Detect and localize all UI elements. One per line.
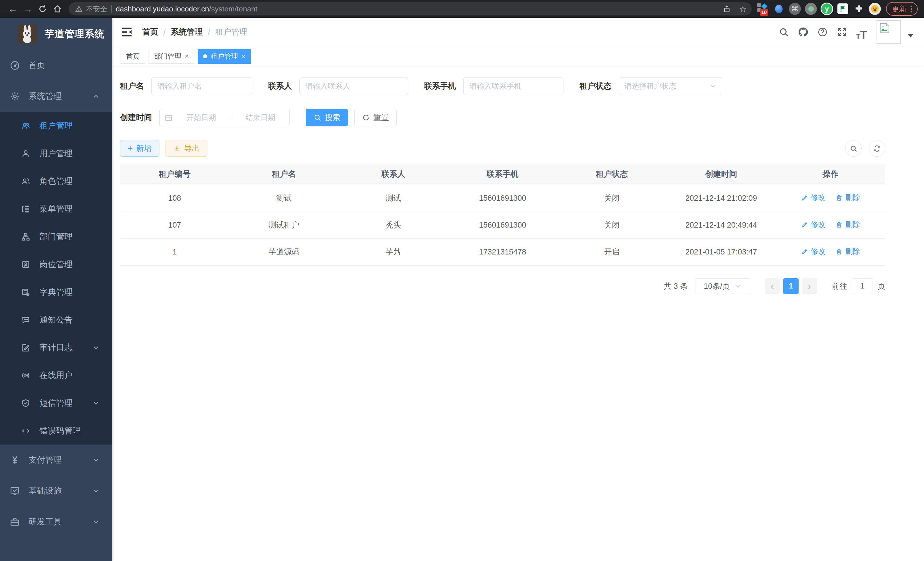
- goto-page-input[interactable]: [852, 278, 873, 294]
- breadcrumb-system[interactable]: 系统管理: [171, 27, 203, 38]
- sidebar-item-audit-log[interactable]: 审计日志: [0, 334, 112, 361]
- github-icon[interactable]: [795, 24, 812, 40]
- status-select[interactable]: 请选择租户状态: [619, 77, 722, 95]
- page-url[interactable]: dashboard.yudao.iocoder.cn/system/tenant: [116, 5, 257, 14]
- sidebar-item-menu[interactable]: 菜单管理: [0, 195, 112, 223]
- table-header-row: 租户编号 租户名 联系人 联系手机 租户状态 创建时间 操作: [120, 164, 885, 185]
- sidebar-item-notice[interactable]: 通知公告: [0, 306, 112, 334]
- filter-row-1: 租户名 联系人 联系手机 租户状态 请选择租户状态: [120, 77, 885, 95]
- cell-actions: 修改 删除: [776, 212, 885, 238]
- sidebar-item-dev-tools[interactable]: 研发工具: [0, 506, 112, 537]
- extensions-row: 10 ⌘ y: [756, 2, 881, 16]
- tenant-name-input[interactable]: [152, 77, 252, 95]
- menu-tree-icon: [21, 205, 30, 214]
- page-size-select[interactable]: 10条/页: [695, 278, 750, 294]
- reset-button[interactable]: 重置: [354, 109, 397, 126]
- sidebar-item-dict[interactable]: 字典管理: [0, 278, 112, 306]
- update-label: 更新: [892, 4, 907, 14]
- sidebar-item-label: 用户管理: [39, 148, 73, 159]
- edit-link[interactable]: 修改: [801, 220, 825, 230]
- select-chevron-down-icon: [734, 283, 741, 290]
- date-range-separator: -: [230, 113, 232, 122]
- profile-avatar-icon[interactable]: [868, 2, 881, 16]
- code-icon: [21, 426, 30, 435]
- pagination-total: 共 3 条: [664, 281, 688, 291]
- extension-squares-diamond-icon[interactable]: 10: [756, 2, 770, 16]
- browser-menu-kebab-icon[interactable]: [910, 6, 912, 12]
- filter-status: 租户状态 请选择租户状态: [579, 77, 722, 95]
- fullscreen-icon[interactable]: [834, 24, 850, 40]
- sidebar-item-role[interactable]: 角色管理: [0, 167, 112, 195]
- sidebar-item-error-code[interactable]: 错误码管理: [0, 417, 112, 445]
- tab-tenant[interactable]: 租户管理 ×: [198, 49, 251, 64]
- add-button[interactable]: + 新增: [120, 140, 159, 157]
- browser-back-icon[interactable]: ←: [6, 2, 20, 15]
- sidebar-item-tenant[interactable]: 租户管理: [0, 112, 112, 140]
- date-range-picker[interactable]: 开始日期 - 结束日期: [159, 109, 290, 126]
- avatar-dropdown-caret-icon[interactable]: [908, 34, 914, 38]
- edit-link[interactable]: 修改: [801, 247, 825, 256]
- extension-green-dot-icon[interactable]: [804, 2, 818, 16]
- users-icon: [21, 121, 30, 130]
- header-search-icon[interactable]: [776, 24, 792, 40]
- extension-command-icon[interactable]: ⌘: [788, 2, 801, 16]
- tab-close-icon[interactable]: ×: [242, 53, 245, 60]
- sidebar-item-user[interactable]: 用户管理: [0, 140, 112, 167]
- download-icon: [173, 144, 181, 152]
- contact-input[interactable]: [299, 77, 408, 95]
- edit-link[interactable]: 修改: [801, 193, 825, 203]
- refresh-table-button[interactable]: [868, 140, 885, 157]
- extensions-puzzle-icon[interactable]: [852, 2, 866, 16]
- sidebar-item-post[interactable]: 岗位管理: [0, 250, 112, 278]
- share-icon[interactable]: [721, 3, 733, 15]
- sidebar-item-system[interactable]: 系统管理: [0, 81, 112, 112]
- sidebar-collapse-hamburger-icon[interactable]: [121, 26, 133, 38]
- breadcrumb-home[interactable]: 首页: [142, 27, 158, 38]
- delete-link[interactable]: 删除: [836, 247, 860, 256]
- extension-balloon-icon[interactable]: [772, 2, 785, 16]
- chevron-down-icon: [92, 487, 100, 495]
- extension-flag-icon[interactable]: [836, 2, 849, 16]
- delete-link[interactable]: 删除: [836, 193, 860, 203]
- export-button[interactable]: 导出: [165, 140, 207, 157]
- help-icon[interactable]: [814, 24, 831, 40]
- sidebar-item-label: 租户管理: [39, 120, 73, 132]
- user-avatar[interactable]: [877, 20, 901, 44]
- browser-forward-icon[interactable]: →: [21, 2, 34, 15]
- mobile-input[interactable]: [464, 77, 563, 95]
- sidebar-item-home[interactable]: 首页: [0, 50, 112, 81]
- cell-created: 2021-12-14 20:49:44: [667, 212, 776, 238]
- sidebar-item-online-users[interactable]: 在线用户: [0, 361, 112, 389]
- sidebar-item-pay[interactable]: 支付管理: [0, 445, 112, 475]
- delete-link[interactable]: 删除: [836, 220, 860, 230]
- browser-reload-icon[interactable]: [36, 2, 49, 15]
- col-created: 创建时间: [667, 164, 776, 185]
- sidebar-item-infra[interactable]: 基础设施: [0, 475, 112, 506]
- sidebar-item-dept[interactable]: 部门管理: [0, 223, 112, 250]
- font-size-icon[interactable]: TT: [853, 24, 870, 40]
- sidebar-item-label: 支付管理: [28, 454, 62, 466]
- notice-chat-icon: [21, 315, 30, 325]
- browser-update-button[interactable]: 更新: [886, 2, 918, 16]
- next-page-button[interactable]: ›: [802, 278, 817, 294]
- prev-page-button[interactable]: ‹: [765, 278, 780, 294]
- gear-icon: [10, 91, 20, 102]
- omnibox-divider: [111, 5, 112, 13]
- sidebar-logo-block[interactable]: 芋道管理系统: [0, 18, 112, 50]
- search-button[interactable]: 搜索: [306, 109, 348, 126]
- extension-yuque-icon[interactable]: y: [820, 2, 833, 16]
- filter-mobile: 联系手机: [424, 77, 563, 95]
- col-actions: 操作: [776, 164, 885, 185]
- goto-label: 前往: [832, 281, 847, 291]
- page-number-1[interactable]: 1: [783, 278, 799, 294]
- browser-home-icon[interactable]: [51, 2, 64, 15]
- address-bar[interactable]: 不安全 dashboard.yudao.iocoder.cn/system/te…: [69, 2, 752, 15]
- trash-icon: [836, 194, 843, 202]
- tab-close-icon[interactable]: ×: [185, 53, 189, 60]
- bookmark-star-icon[interactable]: ☆: [737, 3, 749, 15]
- tab-home[interactable]: 首页: [121, 49, 145, 64]
- security-status[interactable]: 不安全: [75, 4, 107, 14]
- sidebar-item-sms[interactable]: 短信管理: [0, 389, 112, 417]
- tab-dept[interactable]: 部门管理 ×: [148, 49, 194, 64]
- toggle-search-button[interactable]: [845, 140, 862, 157]
